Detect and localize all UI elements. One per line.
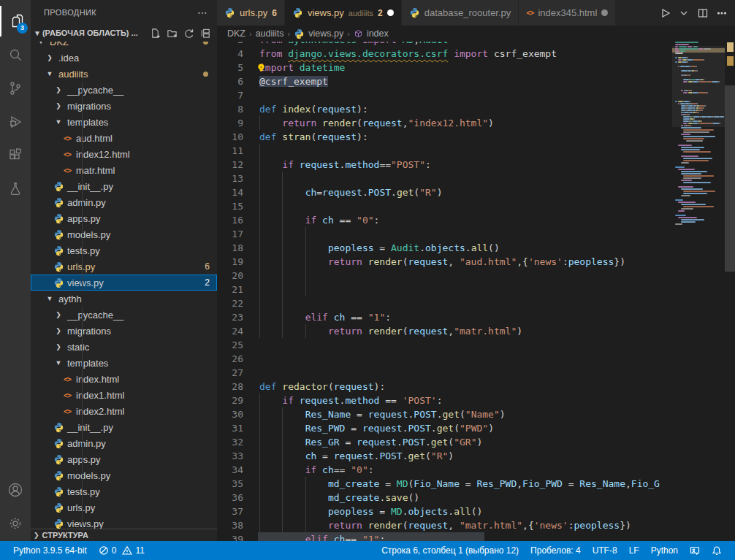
scrollbar[interactable] [725, 42, 735, 541]
tree-item-apps-py[interactable]: apps.py [31, 210, 217, 226]
tree-item-static[interactable]: ❯static [31, 339, 217, 355]
tree-item-tests-py[interactable]: tests.py [31, 242, 217, 258]
indentation[interactable]: Пробелов: 4 [525, 541, 587, 560]
dirty-dot-icon[interactable] [387, 9, 394, 16]
explorer-more-actions-icon[interactable]: ⋯ [197, 7, 208, 18]
tree-item--init-py[interactable]: __init__.py [31, 419, 217, 435]
breadcrumb[interactable]: DKZ›audiiits›views.py›index [217, 26, 735, 42]
new-folder-icon[interactable] [167, 28, 178, 39]
new-file-icon[interactable] [150, 28, 161, 39]
tree-item-admin-py[interactable]: admin.py [31, 435, 217, 451]
code-line[interactable]: @csrf_exempt [259, 74, 328, 88]
code-line[interactable]: if ch== "0": [259, 463, 374, 477]
tree-item-urls-py[interactable]: urls.py6 [31, 258, 217, 275]
dirty-dot-icon[interactable] [601, 9, 608, 16]
refresh-icon[interactable] [183, 28, 194, 39]
editor-more-actions-icon[interactable] [716, 7, 728, 19]
tree-item-urls-py[interactable]: urls.py [31, 499, 217, 515]
tab-urls-py[interactable]: urls.py6 [217, 0, 285, 26]
tree-item-templates[interactable]: ▼templates [31, 355, 217, 371]
tree-item-models-py[interactable]: models.py [31, 226, 217, 242]
feedback-icon[interactable] [684, 541, 706, 560]
tree-item--pycache-[interactable]: ❯__pycache__ [31, 307, 217, 323]
eol-sequence[interactable]: LF [623, 541, 645, 560]
code-line[interactable]: if request.method=="POST": [259, 158, 431, 172]
code-line[interactable]: from django.views.decorators.csrf import… [259, 47, 557, 61]
tree-item--pycache-[interactable]: ❯__pycache__ [31, 82, 217, 98]
tree-item-index-html[interactable]: <>index.html [31, 371, 217, 387]
tree-item-aythh[interactable]: ▼aythh [31, 291, 217, 307]
code-line[interactable]: return render(request,"index12.html") [259, 116, 494, 130]
code-line[interactable]: return render(request, "matr.html",{'new… [259, 518, 631, 532]
source-control-icon[interactable] [0, 73, 31, 104]
tree-item-audiiits[interactable]: ▼audiiits [31, 66, 217, 82]
tree-item-matr-html[interactable]: <>matr.html [31, 162, 217, 178]
minimap[interactable] [672, 42, 725, 541]
split-editor-icon[interactable] [697, 7, 709, 19]
explorer-icon[interactable]: 3 [0, 6, 31, 37]
code-line[interactable]: import datetime [259, 61, 345, 74]
code-line[interactable]: elif ch == "1": [259, 310, 391, 324]
tree-item-views-py[interactable]: views.py2 [31, 275, 217, 291]
tree-item-aud-html[interactable]: <>aud.html [31, 130, 217, 146]
lightbulb-icon[interactable] [256, 63, 266, 74]
tree-item-models-py[interactable]: models.py [31, 467, 217, 483]
extensions-icon[interactable] [0, 140, 31, 171]
code-line[interactable]: from aythh.models import MD,Audit [259, 42, 448, 47]
tree-item-index12-html[interactable]: <>index12.html [31, 146, 217, 162]
git-modified-dot [203, 72, 208, 77]
outline-section-header[interactable]: ❯ СТРУКТУРА [31, 529, 217, 541]
code-line[interactable]: return render(request,"matr.html") [259, 324, 522, 338]
code-line[interactable]: md_create.save() [259, 491, 419, 505]
tree-item-apps-py[interactable]: apps.py [31, 451, 217, 467]
tab-index345-html[interactable]: <>index345.html [519, 0, 616, 26]
run-debug-icon[interactable] [0, 107, 31, 137]
run-python-file-button[interactable] [659, 7, 671, 19]
tree-item-index2-html[interactable]: <>index2.html [31, 403, 217, 419]
tree-item-tests-py[interactable]: tests.py [31, 483, 217, 499]
notifications-bell-icon[interactable] [706, 541, 728, 560]
code-line[interactable]: Res_PWD = request.POST.get("PWD") [259, 421, 494, 435]
tab-database-roouter-py[interactable]: database_roouter.py [402, 0, 519, 26]
encoding[interactable]: UTF-8 [587, 541, 623, 560]
breadcrumb-item[interactable]: views.py [308, 28, 343, 39]
code-line[interactable]: ch = request.POST.get("R") [259, 449, 454, 463]
code-line[interactable]: def stran(request): [259, 130, 368, 144]
code-line[interactable]: elif ch== "1": [259, 532, 385, 541]
breadcrumb-item[interactable]: audiiits [256, 28, 284, 39]
breadcrumb-item[interactable]: index [367, 28, 389, 39]
testing-icon[interactable] [0, 174, 31, 204]
problems-indicator[interactable]: 011 [93, 541, 151, 560]
cursor-position[interactable]: Строка 6, столбец 1 (выбрано 12) [376, 541, 525, 560]
code-line[interactable]: def index(request): [259, 102, 368, 116]
tree-item-migrations[interactable]: ❯migrations [31, 98, 217, 114]
tree-item-migrations[interactable]: ❯migrations [31, 323, 217, 339]
tree-item-index1-html[interactable]: <>index1.html [31, 387, 217, 403]
tree-item-templates[interactable]: ▼templates [31, 114, 217, 130]
run-options-chevron-icon[interactable] [678, 7, 690, 19]
code-line[interactable]: Res_Name = request.POST.get("Name") [259, 407, 506, 421]
code-editor[interactable]: 3from aythh.models import MD,Audit4from … [217, 42, 735, 541]
python-interpreter[interactable]: Python 3.9.5 64-bit [7, 541, 93, 560]
code-line[interactable]: Res_GR = request.POST.get("GR") [259, 435, 482, 449]
tree-item--idea[interactable]: ❯.idea [31, 50, 217, 66]
code-line[interactable]: return render(request, "aud.html",{'news… [259, 255, 625, 269]
language-mode[interactable]: Python [645, 541, 684, 560]
code-line[interactable]: peopless = MD.objects.all() [259, 505, 482, 518]
workspace-section-header[interactable]: ▼ (РАБОЧАЯ ОБЛАСТЬ) ... [31, 24, 217, 42]
collapse-all-icon[interactable] [200, 28, 211, 39]
search-icon[interactable] [0, 39, 31, 70]
code-line[interactable]: if request.method == 'POST': [259, 394, 443, 407]
settings-icon[interactable] [0, 508, 31, 539]
scrollbar-slider[interactable] [725, 85, 735, 272]
account-icon[interactable] [0, 475, 31, 505]
tree-item--init-py[interactable]: __init__.py [31, 178, 217, 194]
code-line[interactable]: if ch == "0": [259, 213, 379, 227]
code-line[interactable]: def redactor(request): [259, 380, 385, 394]
breadcrumb-item[interactable]: DKZ [227, 28, 245, 39]
tab-views-py[interactable]: views.pyaudiiits2 [285, 0, 402, 26]
tree-item-admin-py[interactable]: admin.py [31, 194, 217, 210]
code-line[interactable]: ch=request.POST.get("R") [259, 185, 443, 199]
code-line[interactable]: md_create = MD(Fio_Name = Res_PWD,Fio_PW… [259, 477, 660, 491]
code-line[interactable]: peopless = Audit.objects.all() [259, 241, 500, 255]
